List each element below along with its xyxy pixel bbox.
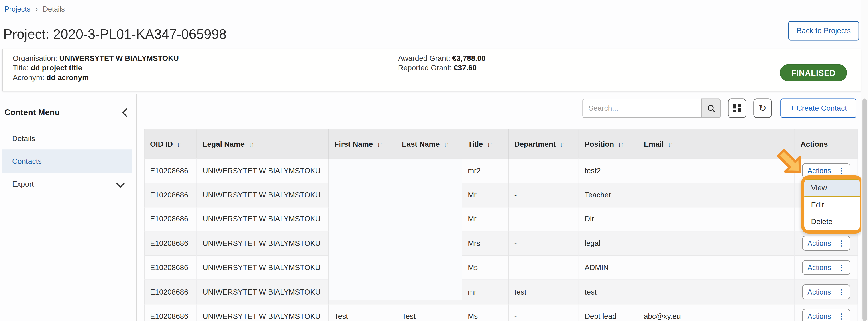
column-header-department[interactable]: Department↓↑ [508, 129, 579, 159]
chevron-down-icon [116, 179, 125, 188]
dropdown-menu-items: ViewEditDelete [804, 179, 860, 230]
sidebar-item-label: Export [12, 180, 34, 188]
cell-dept: - [508, 231, 579, 256]
sidebar-item-details[interactable]: Details [2, 127, 132, 149]
cell-oid: E10208686 [144, 207, 197, 231]
column-label: Last Name [402, 140, 440, 148]
cell-title: mr2 [462, 159, 508, 183]
table-header-row: OID ID↓↑Legal Name↓↑First Name↓↑Last Nam… [144, 129, 858, 159]
name-columns-blank-overlay [329, 159, 462, 300]
contacts-toolbar: ↻ + Create Contact [582, 99, 859, 118]
column-label: Email [644, 140, 664, 148]
column-label: First Name [335, 140, 373, 148]
sidebar-item-export[interactable]: Export [2, 173, 132, 195]
cell-last: Test [396, 304, 462, 321]
cell-pos: Teacher [579, 183, 638, 207]
reported-grant-value: €37.60 [454, 64, 476, 72]
cell-pos: test [579, 280, 638, 304]
cell-actions: Actions⋮ [795, 256, 858, 280]
acronym-value: dd acronym [46, 73, 89, 82]
actions-button[interactable]: Actions⋮ [802, 284, 850, 299]
kebab-icon: ⋮ [838, 288, 845, 295]
column-header-last-name[interactable]: Last Name↓↑ [396, 129, 462, 159]
column-header-legal-name[interactable]: Legal Name↓↑ [197, 129, 329, 159]
actions-button[interactable]: Actions⋮ [802, 309, 850, 321]
sort-icon: ↓↑ [443, 141, 449, 148]
project-title-value: dd project title [31, 64, 82, 72]
cell-dept: - [508, 256, 579, 280]
cell-oid: E10208686 [144, 231, 197, 256]
awarded-grant-line: Awarded Grant: €3,788.00 [398, 54, 486, 63]
cell-oid: E10208686 [144, 304, 197, 321]
column-label: Position [585, 140, 614, 148]
menu-item-edit[interactable]: Edit [804, 197, 860, 213]
contacts-table: OID ID↓↑Legal Name↓↑First Name↓↑Last Nam… [144, 129, 858, 321]
column-header-title[interactable]: Title↓↑ [462, 129, 508, 159]
actions-dropdown-menu: ViewEditDelete [801, 175, 863, 233]
actions-button[interactable]: Actions⋮ [802, 260, 850, 275]
grid-icon [733, 104, 741, 112]
cell-legal: UNIWERSYTET W BIALYMSTOKU [197, 304, 329, 321]
column-label: OID ID [150, 140, 173, 148]
sort-icon: ↓↑ [249, 141, 254, 148]
sidebar-item-contacts[interactable]: Contacts [2, 149, 132, 172]
back-to-projects-button[interactable]: Back to Projects [788, 21, 859, 40]
cell-actions: Actions⋮ [795, 304, 858, 321]
table-row: E10208686UNIWERSYTET W BIALYMSTOKUTestTe… [144, 304, 858, 321]
breadcrumb-projects-link[interactable]: Projects [4, 5, 31, 13]
cell-email [638, 183, 795, 207]
create-contact-button[interactable]: + Create Contact [780, 99, 857, 118]
project-info-block: Organisation: UNIWERSYTET W BIALYMSTOKU … [13, 54, 179, 83]
breadcrumb-details: Details [43, 5, 65, 13]
organisation-value: UNIWERSYTET W BIALYMSTOKU [59, 54, 179, 63]
actions-button[interactable]: Actions⋮ [802, 236, 850, 251]
search-button[interactable] [702, 99, 721, 118]
refresh-button[interactable]: ↻ [753, 99, 772, 118]
cell-actions: Actions⋮ [795, 280, 858, 304]
column-layout-button[interactable] [728, 99, 746, 118]
project-summary-panel: Organisation: UNIWERSYTET W BIALYMSTOKU … [2, 49, 861, 91]
cell-dept: test [508, 280, 579, 304]
actions-button-label: Actions [807, 288, 831, 296]
cell-pos: Dir [579, 207, 638, 231]
kebab-icon: ⋮ [838, 264, 845, 271]
cell-email [638, 231, 795, 256]
menu-item-delete[interactable]: Delete [804, 213, 860, 229]
cell-title: Ms [462, 304, 508, 321]
column-header-first-name[interactable]: First Name↓↑ [329, 129, 396, 159]
column-header-oid-id[interactable]: OID ID↓↑ [144, 129, 197, 159]
cell-pos: ADMIN [579, 256, 638, 280]
title-line: Title: dd project title [13, 63, 179, 73]
cell-pos: test2 [579, 159, 638, 183]
acronym-line: Acronym: dd acronym [13, 73, 179, 83]
kebab-icon: ⋮ [838, 313, 845, 320]
sort-icon: ↓↑ [618, 141, 623, 148]
cell-oid: E10208686 [144, 159, 197, 183]
table-row: E10208686UNIWERSYTET W BIALYMSTOKUMr-Tea… [144, 183, 858, 207]
cell-email [638, 256, 795, 280]
table-row: E10208686UNIWERSYTET W BIALYMSTOKUMr-Dir… [144, 207, 858, 231]
cell-actions: Actions⋮ [795, 231, 858, 256]
actions-button-label: Actions [807, 263, 831, 272]
sort-icon: ↓↑ [560, 141, 565, 148]
actions-button-label: Actions [807, 239, 831, 248]
scrollbar-thumb[interactable] [862, 99, 867, 321]
search-icon [707, 104, 715, 113]
cell-email [638, 207, 795, 231]
column-header-position[interactable]: Position↓↑ [579, 129, 638, 159]
cell-dept: - [508, 207, 579, 231]
sort-icon: ↓↑ [668, 141, 673, 148]
cell-title: Mr [462, 183, 508, 207]
search-input[interactable] [582, 99, 701, 118]
cell-legal: UNIWERSYTET W BIALYMSTOKU [197, 207, 329, 231]
chevron-left-icon[interactable] [122, 108, 131, 117]
cell-title: mr [462, 280, 508, 304]
cell-pos: legal [579, 231, 638, 256]
actions-button-label: Actions [807, 312, 831, 320]
cell-pos: Dept lead [579, 304, 638, 321]
cell-first: Test [329, 304, 396, 321]
cell-oid: E10208686 [144, 183, 197, 207]
menu-item-view[interactable]: View [804, 179, 860, 197]
status-badge: FINALISED [780, 64, 847, 81]
column-label: Title [468, 140, 483, 148]
